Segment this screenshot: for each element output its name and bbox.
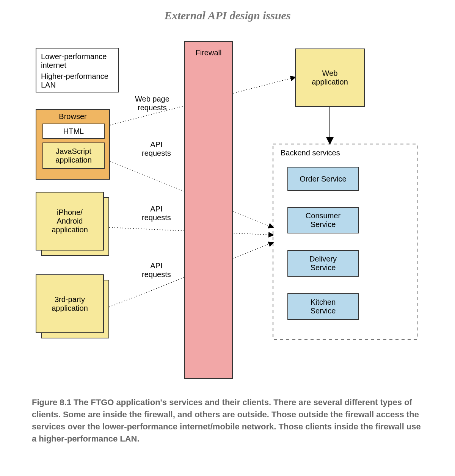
backend-header: Backend services — [281, 149, 340, 157]
label-api-1: API requests — [142, 140, 171, 158]
firewall-box: Firewall — [184, 41, 233, 379]
legend-box: Lower-performance internet Higher-perfor… — [36, 48, 119, 92]
svc-order: Order Service — [287, 167, 359, 191]
figure-text: The FTGO application's services and thei… — [32, 398, 421, 443]
figure-caption: Figure 8.1 The FTGO application's servic… — [32, 396, 421, 445]
thirdparty-box: 3rd-party application — [36, 274, 104, 333]
label-webpage: Web page requests — [135, 95, 169, 112]
mobile-box: iPhone/ Android application — [36, 192, 104, 251]
label-api-3: API requests — [142, 261, 171, 279]
label-api-2: API requests — [142, 205, 171, 222]
browser-title: Browser — [36, 112, 109, 121]
webapp-box: Web application — [295, 49, 365, 107]
figure-number: Figure 8.1 — [32, 398, 71, 407]
browser-html: HTML — [42, 124, 105, 139]
svc-consumer: Consumer Service — [287, 207, 359, 233]
browser-js: JavaScript application — [42, 142, 105, 169]
browser-box: Browser HTML JavaScript application — [36, 109, 110, 180]
legend-row1: Lower-performance internet — [41, 52, 111, 70]
firewall-label: Firewall — [196, 49, 222, 57]
svc-kitchen: Kitchen Service — [287, 293, 359, 320]
svc-delivery: Delivery Service — [287, 250, 359, 277]
page-title: External API design issues — [0, 9, 455, 22]
legend-row2: Higher-performance LAN — [41, 72, 111, 89]
